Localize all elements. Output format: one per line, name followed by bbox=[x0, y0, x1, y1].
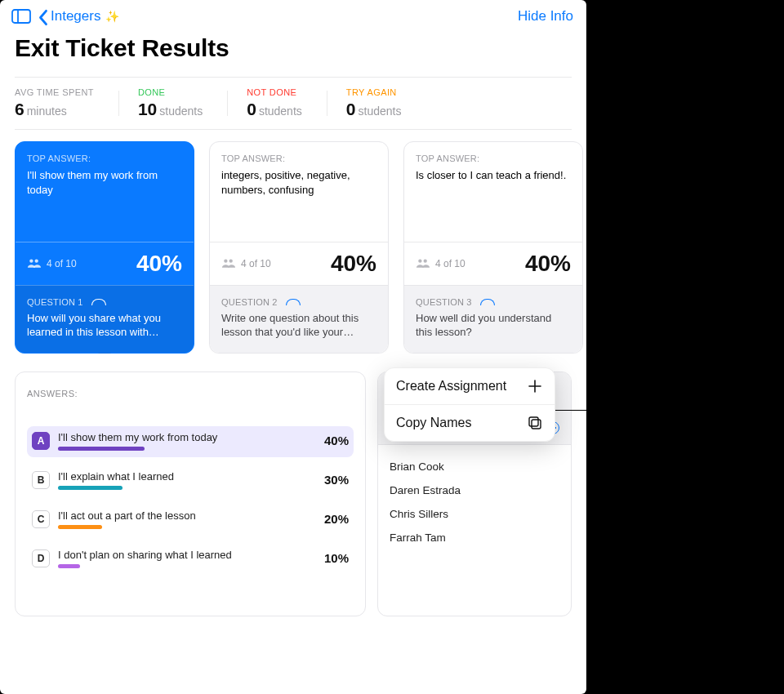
hide-info-button[interactable]: Hide Info bbox=[518, 8, 573, 24]
answer-option-b[interactable]: BI'll explain what I learned30% bbox=[27, 465, 354, 496]
popover-create-assignment[interactable]: Create Assignment bbox=[385, 368, 555, 404]
stat-value: 6minutes bbox=[15, 99, 94, 119]
answer-pct: 30% bbox=[313, 473, 349, 487]
arc-icon bbox=[480, 299, 495, 305]
question-number: QUESTION 2 bbox=[221, 297, 376, 307]
question-cards: TOP ANSWER: I'll show them my work from … bbox=[0, 130, 586, 354]
arc-icon bbox=[91, 299, 106, 305]
stat-value: 10students bbox=[138, 99, 203, 119]
answer-count: 4 of 10 bbox=[27, 258, 77, 269]
question-text: How well did you understand this lesson? bbox=[416, 312, 571, 340]
back-label: Integers bbox=[51, 8, 100, 24]
question-number: QUESTION 1 bbox=[27, 297, 182, 307]
students-list: Brian CookDaren EstradaChris SillersFarr… bbox=[378, 445, 571, 559]
question-card-3[interactable]: TOP ANSWER: Is closer to I can teach a f… bbox=[403, 141, 583, 354]
stat-label: NOT DONE bbox=[247, 87, 302, 97]
svg-point-5 bbox=[229, 260, 233, 263]
answer-text: I'll show them my work from today bbox=[58, 431, 305, 443]
callout-line bbox=[555, 410, 586, 411]
answer-option-d[interactable]: DI don't plan on sharing what I learned1… bbox=[27, 544, 354, 575]
people-icon bbox=[416, 259, 430, 269]
arc-icon bbox=[286, 299, 301, 305]
answer-pct: 40% bbox=[313, 434, 349, 447]
sparkle-icon: ✨ bbox=[105, 10, 119, 23]
svg-point-7 bbox=[424, 260, 427, 263]
people-icon bbox=[221, 259, 236, 269]
question-card-2[interactable]: TOP ANSWER: integers, positive, negative… bbox=[209, 141, 389, 354]
answer-pct: 40% bbox=[331, 251, 376, 277]
svg-rect-12 bbox=[532, 420, 541, 429]
answer-pct: 40% bbox=[525, 251, 571, 277]
option-badge: A bbox=[32, 432, 50, 450]
answer-bar bbox=[58, 486, 122, 490]
top-answer-label: TOP ANSWER: bbox=[221, 153, 376, 163]
svg-point-2 bbox=[29, 260, 33, 263]
page-title: Exit Ticket Results bbox=[0, 31, 586, 77]
svg-rect-13 bbox=[529, 417, 538, 426]
student-item[interactable]: Farrah Tam bbox=[390, 526, 559, 549]
answers-panel: ANSWERS: AI'll show them my work from to… bbox=[15, 371, 366, 616]
answer-text: I'll explain what I learned bbox=[58, 470, 305, 483]
stat-not-done: NOT DONE 0students bbox=[227, 87, 327, 119]
option-badge: C bbox=[32, 510, 50, 528]
plus-icon bbox=[527, 378, 543, 394]
stat-done: DONE 10students bbox=[118, 87, 227, 119]
top-answer-text: I'll show them my work from today bbox=[27, 168, 182, 197]
popover-copy-names[interactable]: Copy Names bbox=[385, 404, 555, 441]
answer-count: 4 of 10 bbox=[221, 258, 271, 269]
student-item[interactable]: Brian Cook bbox=[390, 455, 559, 478]
option-badge: D bbox=[32, 549, 50, 567]
stat-label: DONE bbox=[138, 87, 203, 97]
answer-option-c[interactable]: CI'll act out a part of the lesson20% bbox=[27, 505, 354, 536]
question-card-1[interactable]: TOP ANSWER: I'll show them my work from … bbox=[15, 141, 194, 354]
stats-row: AVG TIME SPENT 6minutes DONE 10students … bbox=[0, 78, 586, 129]
sidebar-toggle-icon[interactable] bbox=[11, 9, 31, 24]
option-badge: B bbox=[32, 471, 50, 489]
stat-avg-time: AVG TIME SPENT 6minutes bbox=[15, 87, 118, 119]
top-answer-label: TOP ANSWER: bbox=[27, 153, 182, 163]
question-text: How will you share what you learned in t… bbox=[27, 312, 182, 340]
stat-value: 0students bbox=[247, 99, 302, 119]
app-viewport: Integers ✨ Hide Info Exit Ticket Results… bbox=[0, 0, 586, 694]
student-item[interactable]: Daren Estrada bbox=[390, 478, 559, 502]
copy-icon bbox=[527, 415, 543, 431]
top-answer-label: TOP ANSWER: bbox=[416, 153, 571, 163]
svg-point-6 bbox=[418, 260, 421, 263]
answer-count: 4 of 10 bbox=[416, 258, 466, 269]
stat-value: 0students bbox=[346, 99, 402, 119]
answer-bar bbox=[58, 447, 145, 451]
answer-pct: 20% bbox=[313, 512, 349, 526]
answer-text: I don't plan on sharing what I learned bbox=[58, 549, 305, 561]
answer-pct: 10% bbox=[313, 551, 349, 565]
back-link[interactable]: Integers ✨ bbox=[38, 8, 119, 24]
top-answer-text: integers, positive, negative, numbers, c… bbox=[221, 168, 376, 197]
stat-label: TRY AGAIN bbox=[346, 87, 402, 97]
people-icon bbox=[27, 259, 42, 269]
answer-bar bbox=[58, 564, 80, 568]
answer-text: I'll act out a part of the lesson bbox=[58, 509, 305, 522]
black-margin bbox=[586, 0, 784, 694]
chevron-left-icon bbox=[38, 9, 49, 24]
context-popover: Create Assignment Copy Names bbox=[384, 367, 555, 442]
popover-label: Create Assignment bbox=[396, 379, 506, 394]
stat-label: AVG TIME SPENT bbox=[15, 87, 94, 97]
answers-label: ANSWERS: bbox=[27, 389, 354, 398]
svg-point-3 bbox=[35, 260, 38, 263]
popover-label: Copy Names bbox=[396, 416, 471, 430]
question-number: QUESTION 3 bbox=[416, 297, 571, 307]
student-item[interactable]: Chris Sillers bbox=[390, 502, 559, 526]
svg-point-4 bbox=[224, 260, 227, 263]
topbar: Integers ✨ Hide Info bbox=[0, 0, 586, 31]
answer-pct: 40% bbox=[136, 251, 182, 277]
topbar-left: Integers ✨ bbox=[11, 8, 119, 24]
answer-option-a[interactable]: AI'll show them my work from today40% bbox=[27, 426, 354, 457]
question-text: Write one question about this lesson tha… bbox=[221, 312, 376, 340]
answer-bar bbox=[58, 525, 102, 529]
svg-rect-0 bbox=[12, 10, 30, 23]
stat-try-again: TRY AGAIN 0students bbox=[327, 87, 426, 119]
top-answer-text: Is closer to I can teach a friend!. bbox=[416, 168, 571, 183]
